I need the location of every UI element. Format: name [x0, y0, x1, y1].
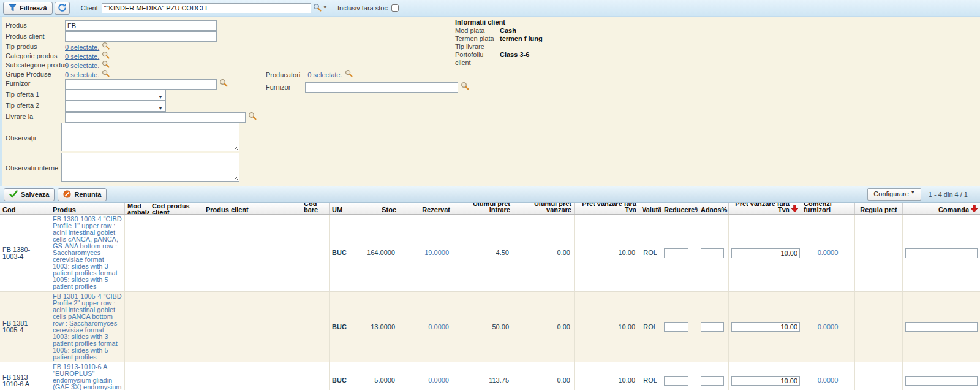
- reducere-input[interactable]: [664, 248, 688, 258]
- pagination-info: 1 - 4 din 4 / 1: [929, 191, 968, 198]
- cell-stoc: 13.0000: [350, 292, 399, 362]
- pret-vanzare-input[interactable]: [731, 376, 800, 386]
- subcategorie-produs-label: Subcategorie produs: [6, 61, 68, 69]
- observatii-textarea[interactable]: [61, 123, 239, 151]
- col-header-comanda[interactable]: Comanda: [903, 203, 980, 214]
- cell-valuta: ROL: [639, 215, 662, 291]
- cell-adaos: [698, 215, 729, 291]
- cell-ultimul-pret-vanzare: 0.00: [513, 215, 575, 291]
- col-header-ultimul-pret-intrare[interactable]: Ultimul pret intrare: [453, 203, 513, 214]
- client-info-panel: Informatii client Mod plata Cash Termen …: [455, 18, 657, 67]
- client-info-row: Tip livrare: [455, 43, 657, 51]
- comanda-input[interactable]: [905, 322, 978, 332]
- fill-down-icon[interactable]: [791, 205, 798, 213]
- filter-button[interactable]: Filtrează: [3, 2, 53, 15]
- produs-link[interactable]: FB 1913-1010-6 A "EUROPLUS" endomysium g…: [53, 364, 122, 390]
- cell-ultimul-pret-intrare: 113.75: [453, 362, 513, 390]
- observatii-interne-textarea[interactable]: [61, 153, 239, 182]
- col-header-um[interactable]: UM: [330, 203, 350, 214]
- livrare-la-input[interactable]: [65, 112, 246, 123]
- col-header-comenzi-furnizori[interactable]: Comenzi furnizori: [801, 203, 855, 214]
- col-header-produs-client[interactable]: Produs client: [203, 203, 301, 214]
- cell-cod-produs-client: [149, 362, 203, 390]
- cell-comanda: [903, 215, 980, 291]
- cell-reducere: [662, 362, 698, 390]
- client-info-row: Termen plata termen f lung: [455, 35, 657, 43]
- cell-produs-client: [203, 362, 301, 390]
- col-header-reducere[interactable]: Reducere%: [662, 203, 698, 214]
- cell-rezervat: 0.0000: [399, 362, 453, 390]
- furnizor-search-icon[interactable]: [219, 78, 228, 90]
- produs-client-input[interactable]: [65, 31, 217, 42]
- save-button[interactable]: Salveaza: [4, 188, 55, 201]
- col-header-pret-vanzare-editabil[interactable]: Pret vanzare fara Tva: [729, 203, 801, 214]
- cell-pret-vanzare-input: [729, 292, 801, 362]
- pret-vanzare-input[interactable]: [731, 248, 800, 258]
- col-header-ultimul-pret-vanzare[interactable]: Ultimul pret vanzare: [513, 203, 575, 214]
- cell-comenzi-furnizori: 0.0000: [801, 292, 855, 362]
- client-input[interactable]: [102, 3, 311, 13]
- cell-produs-client: [203, 215, 301, 291]
- cell-cod-produs-client: [149, 292, 203, 362]
- observatii-interne-label: Observatii interne: [6, 164, 58, 172]
- cell-cod-bare: [301, 292, 330, 362]
- grid-body: FB 1380-1003-4 FB 1380-1003-4 "CIBD Prof…: [0, 215, 980, 390]
- tip-oferta-1-select[interactable]: ▼: [65, 90, 166, 101]
- tip-produs-label: Tip produs: [6, 43, 37, 50]
- filter-row-tip-oferta-1: Tip oferta 1 ▼: [6, 90, 980, 100]
- cell-regula-pret: [855, 362, 903, 390]
- tip-oferta-2-select[interactable]: ▼: [65, 101, 166, 112]
- grupe-produse-label: Grupe Produse: [6, 71, 51, 78]
- client-info-row: Portofoliu client Class 3-6: [455, 51, 657, 67]
- comanda-input[interactable]: [905, 248, 978, 258]
- col-header-adaos[interactable]: Adaos%: [698, 203, 729, 214]
- termen-plata-value: termen f lung: [500, 35, 543, 43]
- refresh-button[interactable]: [55, 2, 70, 15]
- cell-pret-vanzare-input: [729, 215, 801, 291]
- comanda-input[interactable]: [905, 376, 978, 386]
- livrare-la-search-icon[interactable]: [248, 112, 257, 123]
- col-header-stoc[interactable]: Stoc: [350, 203, 399, 214]
- inclusiv-fara-stoc-checkbox[interactable]: [391, 4, 399, 12]
- adaos-input[interactable]: [701, 376, 724, 386]
- reducere-input[interactable]: [664, 322, 688, 332]
- col-header-cod[interactable]: Cod: [0, 203, 50, 214]
- client-search-icon[interactable]: [313, 3, 322, 13]
- mod-plata-value: Cash: [500, 27, 516, 35]
- adaos-input[interactable]: [701, 322, 724, 332]
- observatii-label: Observații: [6, 134, 36, 142]
- tip-livrare-label: Tip livrare: [455, 43, 500, 51]
- cancel-icon: [63, 190, 71, 199]
- cancel-button[interactable]: Renunta: [58, 188, 107, 201]
- produs-link[interactable]: FB 1380-1003-4 "CIBD Profile 1" upper ro…: [53, 216, 122, 290]
- cell-comanda: [903, 292, 980, 362]
- col-header-mod-ambalare[interactable]: Mod ambalare: [125, 203, 149, 214]
- cell-cod: FB 1380-1003-4: [0, 215, 50, 291]
- fill-down-icon[interactable]: [971, 205, 978, 213]
- adaos-input[interactable]: [701, 248, 724, 258]
- col-header-regula-pret[interactable]: Regula pret: [855, 203, 903, 214]
- cell-valuta: ROL: [639, 292, 662, 362]
- filter-panel: Produs Produs client Tip produs 0 select…: [0, 17, 980, 186]
- portofoliu-client-value: Class 3-6: [500, 51, 529, 67]
- col-header-cod-bare[interactable]: Cod bare: [301, 203, 330, 214]
- reducere-input[interactable]: [664, 376, 688, 386]
- col-header-rezervat[interactable]: Rezervat: [399, 203, 453, 214]
- produs-link[interactable]: FB 1381-1005-4 "CIBD Profile 2" upper ro…: [53, 293, 122, 361]
- cell-produs: FB 1913-1010-6 A "EUROPLUS" endomysium g…: [50, 362, 125, 390]
- produs-input[interactable]: [65, 20, 217, 31]
- col-header-pret-vanzare-fara-tva[interactable]: Pret vanzare fara Tva: [575, 203, 639, 214]
- portofoliu-client-label: Portofoliu client: [455, 51, 500, 67]
- col-header-valuta[interactable]: Valută: [639, 203, 662, 214]
- cell-ultimul-pret-intrare: 50.00: [453, 292, 513, 362]
- top-filter-bar: Filtrează Client * Inclusiv fara stoc: [0, 0, 980, 17]
- configure-button[interactable]: Configurare ▼: [867, 188, 921, 201]
- furnizor-input[interactable]: [65, 79, 217, 90]
- cell-comenzi-furnizori: 0.0000: [801, 215, 855, 291]
- col-header-cod-produs-client[interactable]: Cod produs client: [149, 203, 203, 214]
- col-header-produs[interactable]: Produs: [50, 203, 125, 214]
- cell-ultimul-pret-vanzare: 0.00: [513, 362, 575, 390]
- pret-vanzare-input[interactable]: [731, 322, 800, 332]
- cell-reducere: [662, 215, 698, 291]
- cell-pret-vanzare-input: [729, 362, 801, 390]
